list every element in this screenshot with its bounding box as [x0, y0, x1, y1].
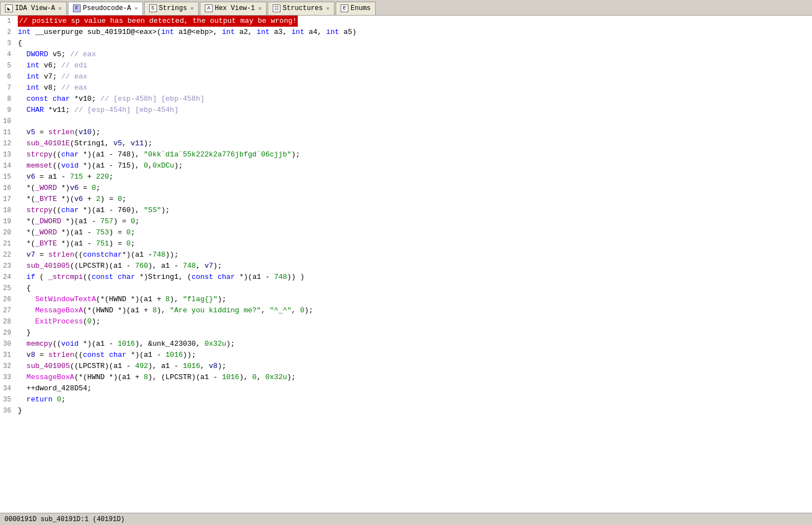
code-content: DWORD v5; // eax — [16, 49, 96, 60]
table-row: 12 sub_40101E(String1, v5, v11); — [0, 138, 812, 149]
code-content: sub_401005((LPCSTR)(a1 - 760), a1 - 748,… — [16, 261, 222, 272]
line-number: 35 — [0, 394, 16, 405]
pseudocode-icon: F — [73, 4, 81, 12]
line-number: 20 — [0, 227, 16, 238]
table-row: 29 } — [0, 327, 812, 338]
table-row: 20 *(_WORD *)(a1 - 753) = 0; — [0, 227, 812, 238]
code-content: MessageBoxA(*(HWND *)(a1 + 8), "Are you … — [16, 305, 313, 316]
table-row — [0, 472, 812, 483]
line-number: 3 — [0, 38, 16, 49]
code-content: v6 = a1 - 715 + 220; — [16, 171, 114, 183]
table-row: 21 *(_BYTE *)(a1 - 751) = 0; — [0, 238, 812, 249]
code-content: *(_WORD *)v6 = 0; — [16, 183, 100, 194]
table-row: 35 return 0; — [0, 394, 812, 405]
code-content: } — [16, 405, 22, 416]
code-content: *(_DWORD *)(a1 - 757) = 0; — [16, 216, 140, 227]
table-row: 16 *(_WORD *)v6 = 0; — [0, 183, 812, 194]
code-content: int __userpurge sub_40191D@<eax>(int a1@… — [16, 27, 357, 38]
line-number: 36 — [0, 405, 16, 416]
line-number: 29 — [0, 327, 16, 338]
table-row: 1 // positive sp value has been detected… — [0, 16, 812, 27]
line-number: 25 — [0, 283, 16, 294]
code-content: int v6; // edi — [16, 60, 87, 71]
table-row: 5 int v6; // edi — [0, 60, 812, 71]
table-row: 26 SetWindowTextA(*(HWND *)(a1 + 8), "fl… — [0, 294, 812, 305]
line-number: 4 — [0, 49, 16, 60]
code-content: v7 = strlen(( — [16, 249, 83, 261]
tab-hex-view-1[interactable]: A Hex View-1 ✕ — [200, 2, 267, 15]
code-content: strcpy((char *)(a1 - 748), — [16, 149, 144, 160]
table-row: 28 ExitProcess(0); — [0, 316, 812, 327]
table-row: 27 MessageBoxA(*(HWND *)(a1 + 8), "Are y… — [0, 305, 812, 316]
table-row: 15 v6 = a1 - 715 + 220; — [0, 171, 812, 183]
code-content: } — [16, 327, 31, 338]
code-content: *(_BYTE *)(a1 - 751) = 0; — [16, 238, 135, 249]
table-row: 8 const char *v10; // [esp-458h] [ebp-45… — [0, 94, 812, 105]
table-row: 14 memset((void *)(a1 - 715), 0, 0xDCu); — [0, 160, 812, 171]
line-number: 12 — [0, 138, 16, 149]
line-number: 6 — [0, 71, 16, 82]
table-row: 4 DWORD v5; // eax — [0, 49, 812, 60]
code-content: if ( _strcmpi((const char *)String1, (co… — [16, 272, 304, 283]
table-row: 34 ++dword_428D54; — [0, 383, 812, 394]
line-number: 28 — [0, 316, 16, 327]
tab-label-strings: Strings — [159, 4, 187, 12]
line-number: 27 — [0, 305, 16, 316]
table-row: 11 v5 = strlen(v10); — [0, 127, 812, 138]
table-row: 18 strcpy((char *)(a1 - 760), "SS"); — [0, 205, 812, 216]
line-number: 24 — [0, 272, 16, 283]
table-row: 7 int v8; // eax — [0, 82, 812, 94]
table-row: 24 if ( _strcmpi((const char *)String1, … — [0, 272, 812, 283]
code-content: int v8; // eax — [16, 82, 87, 94]
line-number: 8 — [0, 94, 16, 105]
code-content: SetWindowTextA(*(HWND *)(a1 + 8), "flag{… — [16, 294, 227, 305]
table-row: 19 *(_DWORD *)(a1 - 757) = 0; — [0, 216, 812, 227]
table-row: 13 strcpy((char *)(a1 - 748), "0kk`d1a`5… — [0, 149, 812, 160]
code-content: int v7; // eax — [16, 71, 87, 82]
tab-close-structures[interactable]: ✕ — [326, 5, 329, 12]
table-row: 6 int v7; // eax — [0, 71, 812, 82]
tab-enums[interactable]: E Enums — [336, 2, 376, 15]
tab-ida-view-a[interactable]: ◣ IDA View-A ✕ — [0, 2, 67, 15]
tab-close-ida-view-a[interactable]: ✕ — [58, 5, 62, 12]
code-content: memcpy((void *)(a1 - 1016), &unk_423030,… — [16, 338, 235, 350]
code-content: v5 = strlen(v10); — [16, 127, 100, 138]
code-content: v8 = strlen((const char *)(a1 - 1016)); — [16, 350, 196, 361]
line-number: 11 — [0, 127, 16, 138]
line-number: 18 — [0, 205, 16, 216]
tab-strings[interactable]: S Strings ✕ — [144, 2, 199, 15]
code-area[interactable]: 1 // positive sp value has been detected… — [0, 16, 812, 513]
tab-label-ida-view-a: IDA View-A — [15, 4, 55, 12]
tab-label-pseudocode-a: Pseudocode-A — [83, 4, 131, 12]
line-number: 2 — [0, 27, 16, 38]
table-row: 10 — [0, 116, 812, 127]
code-content: { — [16, 283, 31, 294]
code-content: MessageBoxA(*(HWND *)(a1 + 8), (LPCSTR)(… — [16, 372, 296, 383]
line-number: 32 — [0, 361, 16, 372]
ida-view-icon: ◣ — [5, 4, 13, 12]
line-number: 5 — [0, 60, 16, 71]
table-row: 2 int __userpurge sub_40191D@<eax>(int a… — [0, 27, 812, 38]
tab-label-enums: Enums — [351, 4, 371, 12]
tab-close-hex-view-1[interactable]: ✕ — [258, 5, 262, 12]
code-content: sub_401005((LPCSTR)(a1 - 492), a1 - 1016… — [16, 361, 227, 372]
line-number: 23 — [0, 261, 16, 272]
code-content: // positive sp value has been detected, … — [16, 16, 298, 27]
tab-structures[interactable]: ☷ Structures ✕ — [268, 2, 334, 15]
line-number: 22 — [0, 249, 16, 261]
tab-close-pseudocode-a[interactable]: ✕ — [134, 5, 137, 12]
table-row: 32 sub_401005((LPCSTR)(a1 - 492), a1 - 1… — [0, 361, 812, 372]
line-number: 21 — [0, 238, 16, 249]
line-number: 34 — [0, 383, 16, 394]
code-content: *(_WORD *)(a1 - 753) = 0; — [16, 227, 135, 238]
line-number: 7 — [0, 82, 16, 94]
line-number: 15 — [0, 171, 16, 183]
table-row: 23 sub_401005((LPCSTR)(a1 - 760), a1 - 7… — [0, 261, 812, 272]
table-row — [0, 439, 812, 450]
table-row — [0, 450, 812, 461]
tab-bar: ◣ IDA View-A ✕ F Pseudocode-A ✕ S String… — [0, 0, 812, 16]
table-row — [0, 428, 812, 439]
tab-close-strings[interactable]: ✕ — [190, 5, 194, 12]
tab-pseudocode-a[interactable]: F Pseudocode-A ✕ — [68, 2, 142, 15]
strings-icon: S — [149, 4, 157, 12]
